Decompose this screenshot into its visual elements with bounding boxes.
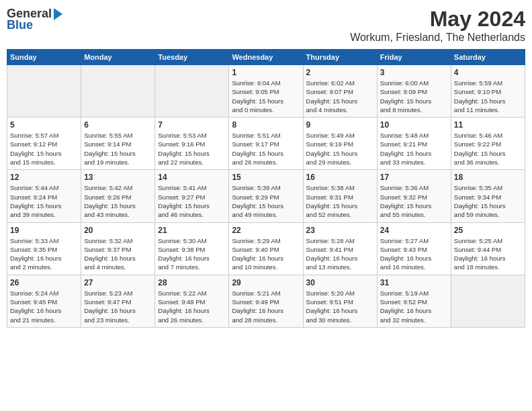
header-row: Sunday Monday Tuesday Wednesday Thursday…: [7, 50, 525, 65]
day-number: 22: [232, 226, 300, 235]
col-tuesday: Tuesday: [155, 50, 229, 65]
calendar-cell: 7Sunrise: 5:53 AMSunset: 9:16 PMDaylight…: [155, 118, 229, 170]
calendar-cell: 28Sunrise: 5:22 AMSunset: 9:48 PMDayligh…: [155, 275, 229, 327]
day-number: 29: [232, 278, 300, 287]
title-block: May 2024 Workum, Friesland, The Netherla…: [350, 7, 525, 44]
day-number: 15: [232, 173, 300, 182]
day-number: 4: [454, 68, 522, 77]
calendar-table: Sunday Monday Tuesday Wednesday Thursday…: [7, 49, 525, 328]
day-info: Sunrise: 5:21 AMSunset: 9:49 PMDaylight:…: [232, 289, 300, 324]
logo-blue: Blue: [7, 18, 33, 32]
calendar-cell: 19Sunrise: 5:33 AMSunset: 9:35 PMDayligh…: [7, 222, 81, 275]
day-number: 1: [232, 68, 300, 77]
day-info: Sunrise: 5:24 AMSunset: 9:45 PMDaylight:…: [10, 289, 78, 324]
day-number: 28: [158, 278, 226, 287]
day-info: Sunrise: 5:59 AMSunset: 9:10 PMDaylight:…: [454, 79, 522, 114]
day-number: 20: [84, 226, 152, 235]
day-number: 11: [454, 120, 522, 130]
week-row-3: 12Sunrise: 5:44 AMSunset: 9:24 PMDayligh…: [7, 170, 525, 222]
day-number: 9: [306, 120, 374, 130]
calendar-cell: 14Sunrise: 5:41 AMSunset: 9:27 PMDayligh…: [155, 170, 229, 222]
day-info: Sunrise: 5:32 AMSunset: 9:37 PMDaylight:…: [84, 236, 152, 272]
calendar-cell: [451, 275, 525, 327]
day-info: Sunrise: 5:33 AMSunset: 9:35 PMDaylight:…: [10, 236, 78, 272]
calendar-cell: 26Sunrise: 5:24 AMSunset: 9:45 PMDayligh…: [7, 275, 81, 327]
calendar-title: May 2024: [350, 7, 525, 32]
day-info: Sunrise: 5:44 AMSunset: 9:24 PMDaylight:…: [10, 183, 78, 219]
col-sunday: Sunday: [7, 50, 81, 65]
day-info: Sunrise: 6:04 AMSunset: 9:05 PMDaylight:…: [232, 79, 300, 114]
calendar-cell: [155, 65, 229, 118]
day-info: Sunrise: 5:20 AMSunset: 9:51 PMDaylight:…: [306, 289, 374, 324]
calendar-cell: 4Sunrise: 5:59 AMSunset: 9:10 PMDaylight…: [451, 65, 525, 118]
calendar-cell: [81, 65, 155, 118]
day-number: 30: [306, 278, 374, 287]
day-info: Sunrise: 5:19 AMSunset: 9:52 PMDaylight:…: [380, 289, 448, 324]
logo-triangle: [54, 8, 62, 20]
calendar-cell: 16Sunrise: 5:38 AMSunset: 9:31 PMDayligh…: [303, 170, 377, 222]
day-info: Sunrise: 5:53 AMSunset: 9:16 PMDaylight:…: [158, 131, 226, 167]
calendar-cell: 11Sunrise: 5:46 AMSunset: 9:22 PMDayligh…: [451, 118, 525, 170]
day-info: Sunrise: 5:57 AMSunset: 9:12 PMDaylight:…: [10, 131, 78, 167]
calendar-cell: 29Sunrise: 5:21 AMSunset: 9:49 PMDayligh…: [229, 275, 303, 327]
calendar-cell: 27Sunrise: 5:23 AMSunset: 9:47 PMDayligh…: [81, 275, 155, 327]
day-info: Sunrise: 5:46 AMSunset: 9:22 PMDaylight:…: [454, 131, 522, 167]
day-info: Sunrise: 6:02 AMSunset: 9:07 PMDaylight:…: [306, 79, 374, 114]
week-row-2: 5Sunrise: 5:57 AMSunset: 9:12 PMDaylight…: [7, 118, 525, 170]
day-number: 16: [306, 173, 374, 182]
day-info: Sunrise: 6:00 AMSunset: 9:09 PMDaylight:…: [380, 79, 448, 114]
calendar-cell: 22Sunrise: 5:29 AMSunset: 9:40 PMDayligh…: [229, 222, 303, 275]
day-info: Sunrise: 5:25 AMSunset: 9:44 PMDaylight:…: [454, 236, 522, 272]
calendar-cell: 10Sunrise: 5:48 AMSunset: 9:21 PMDayligh…: [377, 118, 451, 170]
calendar-cell: 5Sunrise: 5:57 AMSunset: 9:12 PMDaylight…: [7, 118, 81, 170]
calendar-cell: 1Sunrise: 6:04 AMSunset: 9:05 PMDaylight…: [229, 65, 303, 118]
day-number: 2: [306, 68, 374, 77]
calendar-cell: 23Sunrise: 5:28 AMSunset: 9:41 PMDayligh…: [303, 222, 377, 275]
day-number: 27: [84, 278, 152, 287]
week-row-1: 1Sunrise: 6:04 AMSunset: 9:05 PMDaylight…: [7, 65, 525, 118]
day-info: Sunrise: 5:42 AMSunset: 9:26 PMDaylight:…: [84, 183, 152, 219]
calendar-cell: 15Sunrise: 5:39 AMSunset: 9:29 PMDayligh…: [229, 170, 303, 222]
day-info: Sunrise: 5:30 AMSunset: 9:38 PMDaylight:…: [158, 236, 226, 272]
day-info: Sunrise: 5:39 AMSunset: 9:29 PMDaylight:…: [232, 183, 300, 219]
day-number: 3: [380, 68, 448, 77]
day-info: Sunrise: 5:49 AMSunset: 9:19 PMDaylight:…: [306, 131, 374, 167]
day-info: Sunrise: 5:27 AMSunset: 9:43 PMDaylight:…: [380, 236, 448, 272]
calendar-cell: 18Sunrise: 5:35 AMSunset: 9:34 PMDayligh…: [451, 170, 525, 222]
col-wednesday: Wednesday: [229, 50, 303, 65]
day-info: Sunrise: 5:55 AMSunset: 9:14 PMDaylight:…: [84, 131, 152, 167]
day-number: 23: [306, 226, 374, 235]
calendar-cell: [7, 65, 81, 118]
day-info: Sunrise: 5:23 AMSunset: 9:47 PMDaylight:…: [84, 289, 152, 324]
col-saturday: Saturday: [451, 50, 525, 65]
day-number: 14: [158, 173, 226, 182]
day-number: 12: [10, 173, 78, 182]
calendar-cell: 21Sunrise: 5:30 AMSunset: 9:38 PMDayligh…: [155, 222, 229, 275]
calendar-cell: 2Sunrise: 6:02 AMSunset: 9:07 PMDaylight…: [303, 65, 377, 118]
day-number: 5: [10, 120, 78, 130]
day-number: 25: [454, 226, 522, 235]
day-number: 10: [380, 120, 448, 130]
col-monday: Monday: [81, 50, 155, 65]
col-thursday: Thursday: [303, 50, 377, 65]
day-number: 26: [10, 278, 78, 287]
calendar-cell: 9Sunrise: 5:49 AMSunset: 9:19 PMDaylight…: [303, 118, 377, 170]
week-row-5: 26Sunrise: 5:24 AMSunset: 9:45 PMDayligh…: [7, 275, 525, 327]
calendar-cell: 3Sunrise: 6:00 AMSunset: 9:09 PMDaylight…: [377, 65, 451, 118]
logo: General Blue: [7, 7, 62, 32]
col-friday: Friday: [377, 50, 451, 65]
calendar-cell: 8Sunrise: 5:51 AMSunset: 9:17 PMDaylight…: [229, 118, 303, 170]
day-number: 18: [454, 173, 522, 182]
calendar-cell: 24Sunrise: 5:27 AMSunset: 9:43 PMDayligh…: [377, 222, 451, 275]
calendar-cell: 12Sunrise: 5:44 AMSunset: 9:24 PMDayligh…: [7, 170, 81, 222]
day-info: Sunrise: 5:48 AMSunset: 9:21 PMDaylight:…: [380, 131, 448, 167]
calendar-cell: 31Sunrise: 5:19 AMSunset: 9:52 PMDayligh…: [377, 275, 451, 327]
day-info: Sunrise: 5:36 AMSunset: 9:32 PMDaylight:…: [380, 183, 448, 219]
day-number: 31: [380, 278, 448, 287]
calendar-cell: 17Sunrise: 5:36 AMSunset: 9:32 PMDayligh…: [377, 170, 451, 222]
calendar-cell: 30Sunrise: 5:20 AMSunset: 9:51 PMDayligh…: [303, 275, 377, 327]
day-info: Sunrise: 5:22 AMSunset: 9:48 PMDaylight:…: [158, 289, 226, 324]
day-number: 6: [84, 120, 152, 130]
calendar-cell: 6Sunrise: 5:55 AMSunset: 9:14 PMDaylight…: [81, 118, 155, 170]
calendar-cell: 13Sunrise: 5:42 AMSunset: 9:26 PMDayligh…: [81, 170, 155, 222]
